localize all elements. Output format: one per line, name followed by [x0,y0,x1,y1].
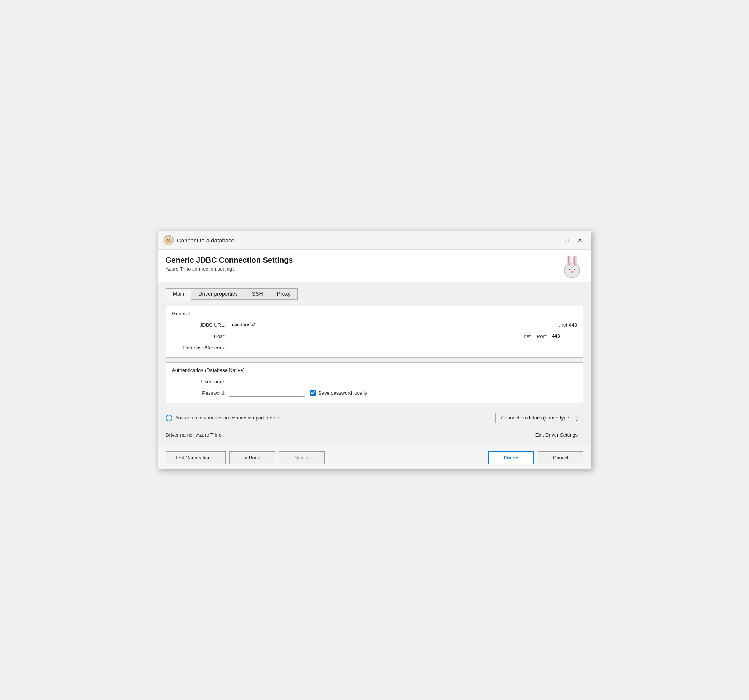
general-section-title: General [172,311,577,316]
info-left: i You can use variables in connection pa… [166,415,282,421]
dialog-body: Main Driver properties SSH Proxy General… [158,282,591,446]
subtitle: Azure Trino connection settings [166,266,293,272]
cancel-button[interactable]: Cancel [538,451,583,464]
info-text: You can use variables in connection para… [175,415,282,421]
jdbc-url-row: JDBC URL: .net:443 [172,321,577,328]
username-label: Username: [172,379,225,384]
driver-label: Driver name: [166,432,194,438]
svg-point-8 [564,263,580,278]
test-connection-button[interactable]: Test Connection ... [166,451,226,464]
tab-driver-properties[interactable]: Driver properties [191,288,245,300]
host-suffix: .net [523,333,531,339]
title-bar: Connect to a database – □ ✕ [158,231,591,250]
host-input[interactable] [229,332,521,340]
maximize-button[interactable]: □ [561,236,573,245]
dialog-header: Generic JDBC Connection Settings Azure T… [158,250,591,282]
driver-left: Driver name: Azure Trino [166,432,222,438]
svg-point-15 [569,269,571,270]
app-icon [163,235,174,246]
dialog-window: Connect to a database – □ ✕ Generic JDBC… [158,231,591,469]
save-password-label[interactable]: Save password locally [310,390,367,396]
minimize-button[interactable]: – [548,236,560,245]
auth-section-title: Authentication (Database Native) [172,367,577,373]
auth-section: Authentication (Database Native) Usernam… [166,362,583,403]
title-bar-left: Connect to a database [163,235,234,246]
svg-point-16 [574,269,575,270]
tab-bar: Main Driver properties SSH Proxy [166,288,583,300]
info-icon: i [166,415,172,421]
window-title: Connect to a database [177,237,234,244]
general-section: General JDBC URL: .net:443 Host: .net Po… [166,306,583,358]
username-input[interactable] [229,378,305,385]
jdbc-url-label: JDBC URL: [172,322,225,328]
db-row: Database/Schema: [172,344,577,351]
jdbc-url-suffix: .net:443 [559,322,577,328]
username-row: Username: [172,378,577,385]
back-button[interactable]: < Back [229,451,275,464]
password-input[interactable] [229,389,305,397]
main-title: Generic JDBC Connection Settings [166,256,293,265]
host-row: Host: .net Port: [172,332,577,340]
next-button[interactable]: Next > [279,451,325,464]
port-input[interactable] [550,332,577,340]
header-text: Generic JDBC Connection Settings Azure T… [166,256,293,272]
rabbit-logo [561,256,583,279]
svg-point-5 [167,239,168,240]
host-label: Host: [172,333,225,339]
driver-name: Azure Trino [196,432,221,438]
password-row: Password: Save password locally [172,389,577,397]
db-label: Database/Schema: [172,345,225,351]
title-bar-controls: – □ ✕ [548,236,586,245]
tab-proxy[interactable]: Proxy [270,288,298,300]
port-label: Port: [537,333,547,339]
finish-button[interactable]: Finish [488,451,534,464]
db-input[interactable] [229,344,577,351]
tab-main[interactable]: Main [166,288,191,300]
svg-line-11 [569,257,569,265]
password-label: Password: [172,390,225,396]
svg-line-12 [575,257,575,265]
info-row: i You can use variables in connection pa… [166,408,583,426]
svg-point-6 [169,239,170,240]
close-button[interactable]: ✕ [574,236,586,245]
connection-details-button[interactable]: Connection details (name, type, ...) [495,413,583,423]
driver-row: Driver name: Azure Trino Edit Driver Set… [166,426,583,440]
jdbc-url-input[interactable] [229,321,558,328]
save-password-text: Save password locally [318,390,367,396]
edit-driver-button[interactable]: Edit Driver Settings [530,430,583,440]
save-password-checkbox[interactable] [310,390,316,396]
tab-ssh[interactable]: SSH [245,288,270,300]
svg-point-7 [167,240,170,242]
dialog-footer: Test Connection ... < Back Next > Finish… [158,446,591,469]
jdbc-url-field: .net:443 [229,321,577,328]
